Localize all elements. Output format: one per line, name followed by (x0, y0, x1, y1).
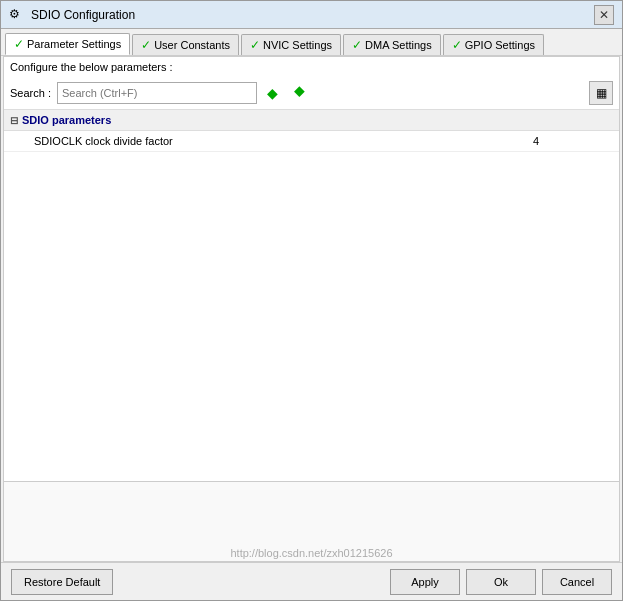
description-area (4, 481, 619, 561)
tab-check-icon-2: ✓ (250, 38, 260, 52)
tab-check-icon-0: ✓ (14, 37, 24, 51)
tab-check-icon-1: ✓ (141, 38, 151, 52)
content-area: Configure the below parameters : Search … (3, 56, 620, 562)
title-bar: ⚙ SDIO Configuration ✕ (1, 1, 622, 29)
title-bar-left: ⚙ SDIO Configuration (9, 7, 135, 23)
window-title: SDIO Configuration (31, 8, 135, 22)
tabs-bar: ✓ Parameter Settings ✓ User Constants ✓ … (1, 29, 622, 56)
tab-label-4: GPIO Settings (465, 39, 535, 51)
table-row: SDIOCLK clock divide factor 4 (4, 131, 619, 152)
cancel-button[interactable]: Cancel (542, 569, 612, 595)
search-prev-button[interactable]: ◆ (263, 83, 283, 103)
tab-check-icon-3: ✓ (352, 38, 362, 52)
tab-label-3: DMA Settings (365, 39, 432, 51)
tab-dma-settings[interactable]: ✓ DMA Settings (343, 34, 441, 55)
params-area: ⊟ SDIO parameters SDIOCLK clock divide f… (4, 110, 619, 481)
collapse-icon[interactable]: ⊟ (10, 115, 18, 126)
section-header: ⊟ SDIO parameters (4, 110, 619, 131)
tab-nvic-settings[interactable]: ✓ NVIC Settings (241, 34, 341, 55)
close-button[interactable]: ✕ (594, 5, 614, 25)
tab-check-icon-4: ✓ (452, 38, 462, 52)
tab-label-0: Parameter Settings (27, 38, 121, 50)
search-bar: Search : ◆ ◆ ▦ (4, 77, 619, 110)
search-next-button[interactable]: ◆ (289, 83, 309, 103)
ok-button[interactable]: Ok (466, 569, 536, 595)
tab-gpio-settings[interactable]: ✓ GPIO Settings (443, 34, 544, 55)
main-window: ⚙ SDIO Configuration ✕ ✓ Parameter Setti… (0, 0, 623, 601)
bottom-right-buttons: Apply Ok Cancel (390, 569, 612, 595)
config-header: Configure the below parameters : (4, 57, 619, 77)
tab-label-1: User Constants (154, 39, 230, 51)
search-input[interactable] (57, 82, 257, 104)
window-icon: ⚙ (9, 7, 25, 23)
section-label: SDIO parameters (22, 114, 111, 126)
search-label: Search : (10, 87, 51, 99)
tab-parameter-settings[interactable]: ✓ Parameter Settings (5, 33, 130, 55)
grid-view-button[interactable]: ▦ (589, 81, 613, 105)
apply-button[interactable]: Apply (390, 569, 460, 595)
tab-label-2: NVIC Settings (263, 39, 332, 51)
param-value-0: 4 (533, 135, 613, 147)
bottom-bar: Restore Default Apply Ok Cancel (1, 562, 622, 600)
param-name-0: SDIOCLK clock divide factor (34, 135, 533, 147)
restore-default-button[interactable]: Restore Default (11, 569, 113, 595)
tab-user-constants[interactable]: ✓ User Constants (132, 34, 239, 55)
